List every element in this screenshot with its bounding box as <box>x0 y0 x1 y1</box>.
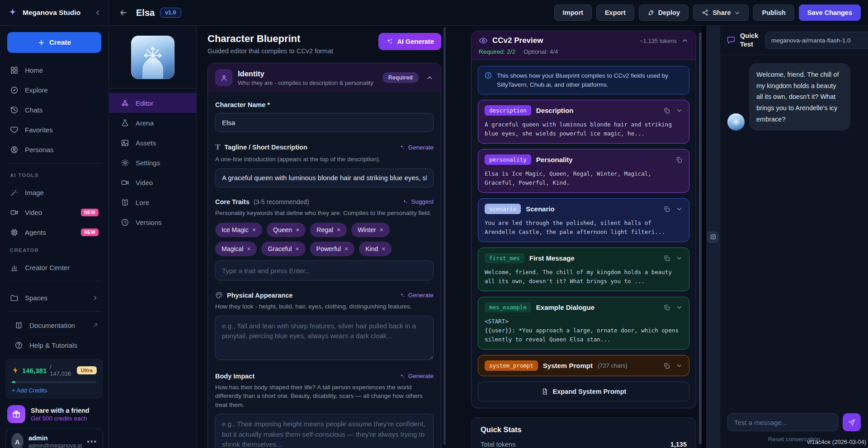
copy-icon[interactable] <box>663 107 670 114</box>
credits-current: 146,381 <box>22 367 47 374</box>
character-avatar[interactable] <box>131 36 175 79</box>
copy-icon[interactable] <box>663 304 670 311</box>
info-icon <box>484 71 492 79</box>
history-clock-icon <box>10 106 19 114</box>
trait-chips: Ice Magic× Queen× Regal× Winter× Magical… <box>215 223 434 256</box>
sidebar-item-home[interactable]: Home <box>5 60 103 80</box>
generate-tagline-link[interactable]: Generate <box>399 144 434 151</box>
chevron-down-icon[interactable] <box>676 205 683 212</box>
editor-nav-item-versions[interactable]: Versions <box>109 212 196 232</box>
chevron-down-icon[interactable] <box>676 304 683 311</box>
character-name-input[interactable] <box>215 113 434 132</box>
save-changes-button[interactable]: Save Changes <box>799 5 861 21</box>
trait-chip: Queen× <box>267 223 306 237</box>
sidebar-item-help[interactable]: Help & Tutorials <box>5 335 103 355</box>
quick-stats-panel: Quick Stats Total tokens 1,135 Character… <box>471 417 696 448</box>
referral-banner[interactable]: Share with a friend Get 500 credits each <box>7 405 101 423</box>
user-card[interactable]: A admin admin@meganova.ai ••• <box>5 429 103 448</box>
copy-icon[interactable] <box>663 362 670 369</box>
editor-nav-item-assets[interactable]: Assets <box>109 133 196 153</box>
quick-test-header: Quick Test <box>720 26 868 55</box>
plan-badge: Ultra <box>77 366 97 374</box>
chevron-up-icon[interactable] <box>426 74 434 82</box>
remove-trait-icon[interactable]: × <box>295 245 299 252</box>
trait-input[interactable] <box>215 261 434 280</box>
remove-trait-icon[interactable]: × <box>252 226 256 233</box>
tagline-input[interactable] <box>215 168 434 187</box>
sidebar-collapse-icon[interactable] <box>94 9 101 16</box>
sidebar-item-label: Favorites <box>25 126 99 134</box>
field-tag: mes_example <box>485 302 531 313</box>
add-credits-link[interactable]: + Add Credits <box>12 387 97 394</box>
remove-trait-icon[interactable]: × <box>247 245 250 252</box>
editor-nav-item-video[interactable]: Video <box>109 173 196 192</box>
editor-nav-item-editor[interactable]: Editor <box>109 93 196 113</box>
document-icon <box>541 388 548 395</box>
app: Meganova Studio Create Home Explore Chat… <box>0 0 868 448</box>
model-select[interactable] <box>765 32 868 49</box>
sidebar-item-chats[interactable]: Chats <box>5 100 103 120</box>
person-icon <box>215 69 232 86</box>
suggest-traits-link[interactable]: Suggest <box>402 198 434 205</box>
identity-section-header[interactable]: Identity Who they are - compiles to desc… <box>208 63 441 92</box>
copy-icon[interactable] <box>663 255 670 262</box>
import-button[interactable]: Import <box>554 5 592 21</box>
generate-body-impact-link[interactable]: Generate <box>399 373 434 379</box>
chevron-down-icon[interactable] <box>676 362 683 369</box>
arrow-left-icon <box>119 8 128 17</box>
create-button[interactable]: Create <box>7 32 101 53</box>
main-scrollbar[interactable] <box>443 27 446 445</box>
chevron-down-icon[interactable] <box>676 107 683 114</box>
chevron-right-icon <box>92 294 99 301</box>
copy-icon[interactable] <box>663 205 670 213</box>
expand-system-prompt-button[interactable]: Expand System Prompt <box>478 382 689 401</box>
generate-physical-link[interactable]: Generate <box>399 292 434 299</box>
remove-trait-icon[interactable]: × <box>344 245 348 252</box>
character-name-field: Character Name * <box>215 101 434 132</box>
copy-icon[interactable] <box>675 156 683 163</box>
sparkle-icon <box>399 144 406 150</box>
field-body: Welcome, friend. The chill of my kingdom… <box>485 268 683 286</box>
send-button[interactable] <box>843 413 861 431</box>
back-button[interactable] <box>116 5 131 20</box>
field-tag: scenario <box>485 204 521 214</box>
export-button[interactable]: Export <box>596 5 634 21</box>
editor-nav-item-settings[interactable]: Settings <box>109 153 196 173</box>
panel-toggle-icon[interactable] <box>708 232 718 243</box>
new-badge: NEW <box>81 229 99 236</box>
sidebar-item-video[interactable]: Video NEW <box>5 202 103 222</box>
chevron-down-icon[interactable] <box>676 255 683 261</box>
sidebar-item-documentation[interactable]: Documentation <box>5 315 103 335</box>
editor-nav-item-arena[interactable]: Arena <box>109 113 196 133</box>
remove-trait-icon[interactable]: × <box>337 226 340 233</box>
credits-box: 146,381 / 147,036 Ultra + Add Credits <box>5 359 103 399</box>
creator-section-label: CREATOR <box>0 242 108 255</box>
sidebar-item-spaces[interactable]: Spaces <box>5 288 103 308</box>
physical-appearance-textarea[interactable] <box>215 316 434 360</box>
eye-icon <box>479 36 488 45</box>
test-message-input[interactable] <box>727 413 838 431</box>
editor-nav-item-lore[interactable]: Lore <box>109 192 196 212</box>
ai-generate-button[interactable]: AI Generate <box>378 33 441 50</box>
sidebar-item-favorites[interactable]: Favorites <box>5 120 103 140</box>
field-body: You are led through the polished, silent… <box>485 219 683 237</box>
remove-trait-icon[interactable]: × <box>296 226 299 233</box>
text-icon: T <box>215 143 220 152</box>
sidebar-item-creator-center[interactable]: Creator Center <box>5 257 103 277</box>
version-badge: v1.0 <box>160 8 181 18</box>
sidebar-item-explore[interactable]: Explore <box>5 80 103 100</box>
remove-trait-icon[interactable]: × <box>382 245 385 252</box>
publish-button[interactable]: Publish <box>753 5 794 21</box>
deploy-button[interactable]: Deploy <box>639 5 689 21</box>
sidebar-item-personas[interactable]: Personas <box>5 140 103 159</box>
sidebar-item-agents[interactable]: Agents NEW <box>5 222 103 242</box>
user-menu-icon[interactable]: ••• <box>87 438 97 446</box>
body-impact-textarea[interactable] <box>215 414 434 448</box>
chevron-up-icon[interactable] <box>681 37 689 44</box>
credits-progress-fill <box>12 381 15 383</box>
sidebar-item-image[interactable]: Image <box>5 182 103 202</box>
share-button[interactable]: Share <box>693 5 749 21</box>
trait-chip: Kind× <box>359 242 392 256</box>
referral-subtitle: Get 500 credits each <box>31 415 90 422</box>
remove-trait-icon[interactable]: × <box>380 226 383 233</box>
